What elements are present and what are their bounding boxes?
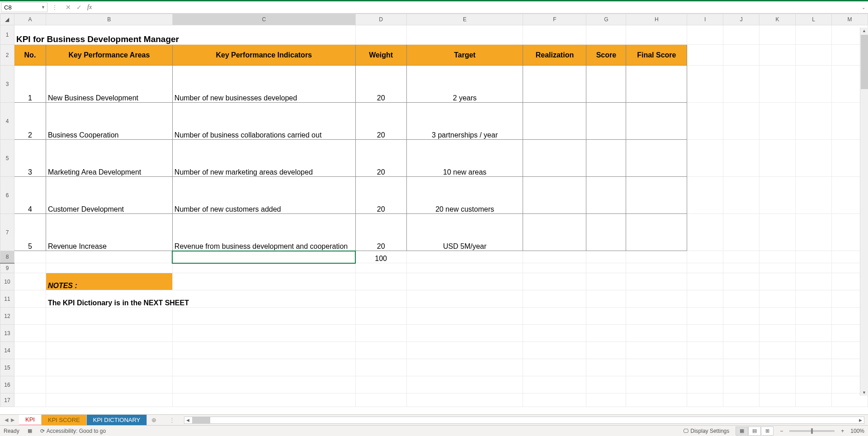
table-row[interactable]: 1 bbox=[14, 66, 46, 103]
table-row[interactable]: Number of new businesses developed bbox=[172, 66, 355, 103]
total-weight[interactable]: 100 bbox=[355, 251, 406, 263]
tab-next-icon[interactable]: ▶ bbox=[11, 417, 14, 423]
header-score[interactable]: Score bbox=[586, 45, 626, 66]
row-header-12[interactable]: 12 bbox=[0, 308, 14, 325]
row-header-15[interactable]: 15 bbox=[0, 359, 14, 376]
table-row[interactable] bbox=[523, 66, 586, 103]
table-row[interactable] bbox=[626, 177, 687, 214]
table-row[interactable] bbox=[523, 214, 586, 251]
col-header-B[interactable]: B bbox=[46, 14, 172, 25]
notes-label[interactable]: NOTES : bbox=[46, 273, 172, 290]
table-row[interactable] bbox=[523, 177, 586, 214]
table-row[interactable]: Marketing Area Development bbox=[46, 140, 172, 177]
table-row[interactable]: 3 bbox=[14, 140, 46, 177]
new-sheet-icon[interactable]: ⊕ bbox=[147, 415, 161, 425]
col-header-K[interactable]: K bbox=[760, 14, 796, 25]
table-row[interactable]: Business Cooperation bbox=[46, 103, 172, 140]
table-row[interactable] bbox=[586, 103, 626, 140]
cell[interactable] bbox=[46, 251, 172, 263]
table-row[interactable]: 2 bbox=[14, 103, 46, 140]
header-kpa[interactable]: Key Performance Areas bbox=[46, 45, 172, 66]
col-header-D[interactable]: D bbox=[355, 14, 406, 25]
macro-record-icon[interactable]: ▦ bbox=[28, 428, 32, 434]
row-header-2[interactable]: 2 bbox=[0, 45, 14, 66]
col-header-C[interactable]: C bbox=[172, 14, 355, 25]
table-row[interactable]: 3 partnerships / year bbox=[406, 103, 523, 140]
horizontal-scrollbar[interactable]: ◀ ▶ bbox=[184, 417, 864, 424]
vscroll-thumb[interactable] bbox=[861, 35, 868, 89]
table-row[interactable] bbox=[586, 177, 626, 214]
row-header-6[interactable]: 6 bbox=[0, 177, 14, 214]
table-row[interactable] bbox=[626, 66, 687, 103]
zoom-out-button[interactable]: − bbox=[780, 428, 783, 434]
fx-icon[interactable]: fx bbox=[87, 4, 92, 11]
table-row[interactable]: 5 bbox=[14, 214, 46, 251]
table-row[interactable]: USD 5M/year bbox=[406, 214, 523, 251]
header-target[interactable]: Target bbox=[406, 45, 523, 66]
view-page-break-icon[interactable]: ⊞ bbox=[761, 427, 774, 436]
table-row[interactable]: Number of new customers added bbox=[172, 177, 355, 214]
table-row[interactable]: Customer Development bbox=[46, 177, 172, 214]
col-header-M[interactable]: M bbox=[831, 14, 868, 25]
scroll-right-icon[interactable]: ▶ bbox=[857, 418, 864, 422]
table-row[interactable]: 20 bbox=[355, 140, 406, 177]
table-row[interactable]: New Business Development bbox=[46, 66, 172, 103]
table-row[interactable]: 10 new areas bbox=[406, 140, 523, 177]
formula-expand-icon[interactable]: ⌄ bbox=[859, 5, 868, 10]
tab-prev-icon[interactable]: ◀ bbox=[5, 417, 8, 423]
tab-kpi-score[interactable]: KPI SCORE bbox=[42, 415, 87, 425]
table-row[interactable] bbox=[586, 214, 626, 251]
col-header-H[interactable]: H bbox=[626, 14, 687, 25]
view-page-layout-icon[interactable]: ▤ bbox=[748, 427, 761, 436]
cell-C8-selected[interactable] bbox=[172, 251, 355, 263]
table-row[interactable]: Revenue Increase bbox=[46, 214, 172, 251]
table-row[interactable]: Number of new marketing areas developed bbox=[172, 140, 355, 177]
table-row[interactable]: 20 bbox=[355, 66, 406, 103]
table-row[interactable]: 20 bbox=[355, 103, 406, 140]
scroll-up-icon[interactable]: ▲ bbox=[862, 28, 866, 34]
zoom-level[interactable]: 100% bbox=[850, 428, 864, 434]
vertical-scrollbar[interactable]: ▲ ▼ bbox=[860, 28, 868, 396]
col-header-L[interactable]: L bbox=[796, 14, 832, 25]
scroll-down-icon[interactable]: ▼ bbox=[862, 389, 866, 396]
row-header-7[interactable]: 7 bbox=[0, 214, 14, 251]
col-header-I[interactable]: I bbox=[687, 14, 723, 25]
notes-text[interactable]: The KPI Dictionary is in the NEXT SHEET bbox=[46, 290, 355, 308]
table-row[interactable] bbox=[523, 103, 586, 140]
tab-kpi[interactable]: KPI bbox=[19, 415, 42, 425]
row-header-4[interactable]: 4 bbox=[0, 103, 14, 140]
name-box-dropdown-icon[interactable]: ▼ bbox=[41, 5, 45, 9]
spreadsheet-grid[interactable]: ◢ A B C D E F G H I J K L M 1 KPI for Bu… bbox=[0, 14, 868, 407]
title-cell[interactable]: KPI for Business Development Manager bbox=[14, 25, 355, 45]
row-header-11[interactable]: 11 bbox=[0, 290, 14, 308]
header-kpi[interactable]: Key Performance Indicators bbox=[172, 45, 355, 66]
row-header-9[interactable]: 9 bbox=[0, 263, 14, 273]
table-row[interactable] bbox=[523, 140, 586, 177]
tab-resize-handle[interactable]: ⋮ bbox=[165, 417, 179, 423]
table-row[interactable]: Revenue from business development and co… bbox=[172, 214, 355, 251]
col-header-E[interactable]: E bbox=[406, 14, 523, 25]
cell[interactable] bbox=[14, 251, 46, 263]
col-header-G[interactable]: G bbox=[586, 14, 626, 25]
col-header-A[interactable]: A bbox=[14, 14, 46, 25]
zoom-slider[interactable] bbox=[789, 430, 835, 432]
accessibility-status[interactable]: ⟳ Accessibility: Good to go bbox=[40, 428, 106, 434]
row-header-13[interactable]: 13 bbox=[0, 325, 14, 342]
row-header-14[interactable]: 14 bbox=[0, 342, 14, 359]
table-row[interactable]: 20 new customers bbox=[406, 177, 523, 214]
select-all-corner[interactable]: ◢ bbox=[0, 14, 14, 25]
formula-input[interactable] bbox=[95, 2, 859, 12]
table-row[interactable] bbox=[626, 140, 687, 177]
table-row[interactable]: 2 years bbox=[406, 66, 523, 103]
table-row[interactable]: 20 bbox=[355, 177, 406, 214]
table-row[interactable] bbox=[586, 66, 626, 103]
row-header-10[interactable]: 10 bbox=[0, 273, 14, 290]
header-final[interactable]: Final Score bbox=[626, 45, 687, 66]
col-header-J[interactable]: J bbox=[723, 14, 760, 25]
header-no[interactable]: No. bbox=[14, 45, 46, 66]
table-row[interactable]: 4 bbox=[14, 177, 46, 214]
row-header-8[interactable]: 8 bbox=[0, 251, 14, 263]
table-row[interactable] bbox=[626, 103, 687, 140]
table-row[interactable]: Number of business collaborations carrie… bbox=[172, 103, 355, 140]
row-header-3[interactable]: 3 bbox=[0, 66, 14, 103]
